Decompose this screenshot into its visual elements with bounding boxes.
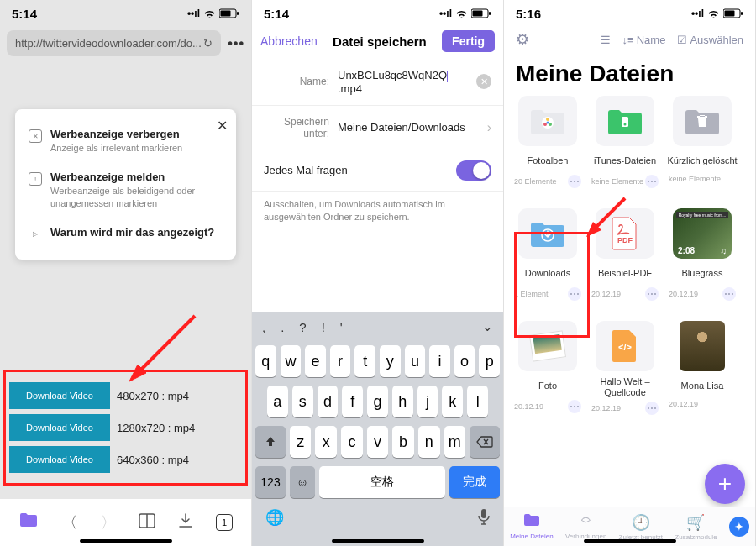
sort-button[interactable]: ↓≡ Name <box>622 34 666 46</box>
ask-toggle[interactable] <box>456 160 491 181</box>
svg-text:</>: </> <box>618 342 632 352</box>
backspace-key[interactable] <box>470 426 500 458</box>
confirm-key[interactable]: 完成 <box>449 466 500 498</box>
key[interactable]: z <box>290 426 312 458</box>
tile-name: Foto <box>538 376 557 396</box>
alert-box-icon: ! <box>29 172 42 186</box>
done-button[interactable]: Fertig <box>442 30 495 52</box>
bookmarks-icon[interactable] <box>139 513 155 533</box>
more-icon[interactable]: ⋯ <box>645 175 659 188</box>
audio-icon: ♫ <box>721 246 727 255</box>
space-key[interactable]: 空格 <box>319 466 445 498</box>
punct-key[interactable]: ! <box>322 320 325 334</box>
keyboard-row-1: q w e r t y u i o p <box>252 341 503 381</box>
tab-files[interactable]: Meine Dateien <box>510 513 554 540</box>
key[interactable]: r <box>330 345 351 377</box>
key[interactable]: h <box>392 386 413 417</box>
key[interactable]: f <box>342 386 363 417</box>
tile-code[interactable]: </> Hallo Welt – Quellcode 20.12.19⋯ <box>588 321 662 430</box>
settings-icon[interactable]: ⚙ <box>516 30 529 49</box>
tile-name: Kürzlich gelöscht <box>667 151 737 171</box>
key[interactable]: m <box>444 426 466 458</box>
list-view-icon[interactable]: ☰ <box>601 34 611 46</box>
shift-key[interactable] <box>255 426 286 458</box>
key[interactable]: i <box>429 345 450 377</box>
svg-rect-10 <box>481 509 486 518</box>
more-icon[interactable]: ••• <box>228 36 244 51</box>
tab-connections[interactable]: ⌔ Verbindungen <box>565 513 606 540</box>
key[interactable]: u <box>405 345 426 377</box>
chevron-right-icon: › <box>487 120 491 135</box>
tabs-button[interactable]: 1 <box>216 514 233 531</box>
key[interactable]: v <box>367 426 389 458</box>
save-location-row[interactable]: Speichern unter: Meine Dateien/Downloads… <box>252 106 503 150</box>
download-button[interactable]: Download Video <box>9 414 110 441</box>
punct-key[interactable]: . <box>281 320 284 334</box>
tile-meta: 20.12.19 <box>591 404 621 412</box>
browser-button[interactable]: ✦ <box>729 517 749 537</box>
tile-video[interactable]: Royalty free music from...2:08♫ Bluegras… <box>665 208 739 318</box>
ad-report[interactable]: ! Werbeanzeige melden Werbeanzeige als b… <box>25 162 226 218</box>
punct-key[interactable]: ' <box>340 320 343 334</box>
tile-trash[interactable]: Kürzlich gelöscht keine Elemente <box>665 96 739 205</box>
tab-addons[interactable]: 🛒 Zusatzmodule <box>675 513 717 541</box>
globe-icon[interactable]: 🌐 <box>265 508 284 529</box>
tile-meta: 20.12.19 <box>669 290 698 298</box>
back-icon[interactable]: 〈 <box>62 512 77 533</box>
punct-key[interactable]: ? <box>299 320 306 334</box>
cancel-button[interactable]: Abbrechen <box>260 34 318 48</box>
more-icon[interactable]: ⋯ <box>568 400 581 413</box>
tab-recent[interactable]: 🕘 Zuletzt benutzt <box>619 513 663 541</box>
close-icon[interactable]: ✕ <box>217 118 228 134</box>
ad-hide[interactable]: ✕ Werbeanzeige verbergen Anzeige als irr… <box>25 119 226 162</box>
punct-key[interactable]: , <box>262 320 265 334</box>
refresh-icon[interactable]: ↻ <box>203 37 213 50</box>
add-button[interactable]: + <box>705 464 745 504</box>
key[interactable]: g <box>367 386 388 417</box>
key[interactable]: s <box>292 386 313 417</box>
mic-icon[interactable] <box>478 508 490 529</box>
tile-image[interactable]: Mona Lisa 20.12.19 <box>665 321 739 430</box>
key[interactable]: k <box>442 386 463 417</box>
more-icon[interactable]: ⋯ <box>722 287 736 301</box>
key[interactable]: d <box>318 386 339 417</box>
download-button[interactable]: Download Video <box>9 382 110 409</box>
status-bar: 5:14 ••ıl <box>0 0 251 24</box>
collapse-keyboard-icon[interactable]: ⌄ <box>482 319 493 334</box>
key[interactable]: n <box>418 426 440 458</box>
more-icon[interactable]: ⋯ <box>568 175 581 188</box>
tile-photos[interactable]: Fotoalben 20 Elemente⋯ <box>511 96 585 205</box>
key[interactable]: e <box>305 345 326 377</box>
key[interactable]: q <box>255 345 276 377</box>
key[interactable]: o <box>454 345 475 377</box>
ad-why[interactable]: ▷ Warum wird mir das angezeigt? <box>25 218 226 249</box>
key[interactable]: w <box>281 345 302 377</box>
wifi-icon <box>203 7 216 21</box>
downloads-icon[interactable] <box>179 513 192 533</box>
key[interactable]: p <box>479 345 500 377</box>
key[interactable]: j <box>417 386 438 417</box>
name-input[interactable]: UnxBCLu8qc8WqN2Q.mp4 <box>338 69 468 95</box>
key[interactable]: y <box>380 345 401 377</box>
key[interactable]: t <box>354 345 375 377</box>
key[interactable]: l <box>467 386 488 417</box>
key[interactable]: b <box>392 426 414 458</box>
key[interactable]: a <box>267 386 288 417</box>
more-icon[interactable]: ⋯ <box>645 287 659 301</box>
key[interactable]: x <box>315 426 337 458</box>
download-button[interactable]: Download Video <box>9 446 110 473</box>
more-icon[interactable]: ⋯ <box>645 402 659 415</box>
select-button[interactable]: ☑ Auswählen <box>677 34 743 46</box>
tile-meta: 20.12.19 <box>669 400 698 408</box>
forward-icon[interactable]: 〉 <box>101 512 116 533</box>
tile-itunes[interactable]: iTunes-Dateien keine Elemente⋯ <box>588 96 662 205</box>
numbers-key[interactable]: 123 <box>255 466 286 498</box>
svg-rect-13 <box>741 12 743 15</box>
emoji-key[interactable]: ☺ <box>290 466 315 498</box>
wifi-icon: ⌔ <box>581 513 591 531</box>
key[interactable]: c <box>341 426 363 458</box>
svg-rect-12 <box>725 10 735 16</box>
url-bar[interactable]: http://twittervideodownloader.com/do... … <box>7 30 221 56</box>
clear-icon[interactable]: ✕ <box>476 74 491 89</box>
files-icon[interactable] <box>18 512 39 533</box>
